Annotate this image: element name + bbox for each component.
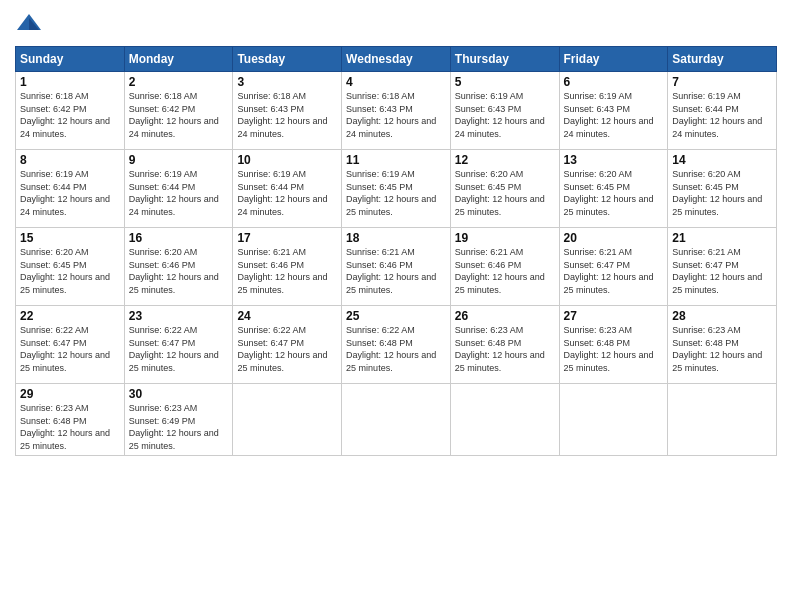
sunrise-label: Sunrise: 6:22 AM [346,325,415,335]
day-info: Sunrise: 6:23 AM Sunset: 6:48 PM Dayligh… [672,324,772,374]
daylight-label: Daylight: 12 hours and 24 minutes. [455,116,545,139]
calendar-cell: 21 Sunrise: 6:21 AM Sunset: 6:47 PM Dayl… [668,228,777,306]
sunset-label: Sunset: 6:44 PM [20,182,87,192]
day-info: Sunrise: 6:18 AM Sunset: 6:42 PM Dayligh… [20,90,120,140]
sunrise-label: Sunrise: 6:23 AM [455,325,524,335]
day-number: 19 [455,231,555,245]
calendar-table: SundayMondayTuesdayWednesdayThursdayFrid… [15,46,777,456]
calendar-cell: 23 Sunrise: 6:22 AM Sunset: 6:47 PM Dayl… [124,306,233,384]
day-info: Sunrise: 6:20 AM Sunset: 6:46 PM Dayligh… [129,246,229,296]
day-number: 16 [129,231,229,245]
calendar-cell: 11 Sunrise: 6:19 AM Sunset: 6:45 PM Dayl… [342,150,451,228]
calendar-cell: 15 Sunrise: 6:20 AM Sunset: 6:45 PM Dayl… [16,228,125,306]
calendar-cell: 24 Sunrise: 6:22 AM Sunset: 6:47 PM Dayl… [233,306,342,384]
daylight-label: Daylight: 12 hours and 25 minutes. [564,194,654,217]
sunset-label: Sunset: 6:48 PM [20,416,87,426]
day-number: 6 [564,75,664,89]
day-info: Sunrise: 6:23 AM Sunset: 6:48 PM Dayligh… [564,324,664,374]
day-info: Sunrise: 6:20 AM Sunset: 6:45 PM Dayligh… [20,246,120,296]
sunrise-label: Sunrise: 6:18 AM [237,91,306,101]
calendar-row: 29 Sunrise: 6:23 AM Sunset: 6:48 PM Dayl… [16,384,777,456]
calendar-row: 15 Sunrise: 6:20 AM Sunset: 6:45 PM Dayl… [16,228,777,306]
day-info: Sunrise: 6:21 AM Sunset: 6:46 PM Dayligh… [346,246,446,296]
day-info: Sunrise: 6:21 AM Sunset: 6:47 PM Dayligh… [564,246,664,296]
sunrise-label: Sunrise: 6:23 AM [20,403,89,413]
day-info: Sunrise: 6:18 AM Sunset: 6:42 PM Dayligh… [129,90,229,140]
day-number: 9 [129,153,229,167]
daylight-label: Daylight: 12 hours and 24 minutes. [20,194,110,217]
day-info: Sunrise: 6:20 AM Sunset: 6:45 PM Dayligh… [455,168,555,218]
daylight-label: Daylight: 12 hours and 25 minutes. [564,350,654,373]
calendar-cell [233,384,342,456]
sunset-label: Sunset: 6:47 PM [129,338,196,348]
daylight-label: Daylight: 12 hours and 25 minutes. [672,194,762,217]
col-header-friday: Friday [559,47,668,72]
sunrise-label: Sunrise: 6:21 AM [564,247,633,257]
sunrise-label: Sunrise: 6:22 AM [129,325,198,335]
day-number: 28 [672,309,772,323]
header-row: SundayMondayTuesdayWednesdayThursdayFrid… [16,47,777,72]
sunset-label: Sunset: 6:44 PM [237,182,304,192]
daylight-label: Daylight: 12 hours and 25 minutes. [237,350,327,373]
sunset-label: Sunset: 6:44 PM [129,182,196,192]
day-info: Sunrise: 6:21 AM Sunset: 6:46 PM Dayligh… [455,246,555,296]
sunrise-label: Sunrise: 6:19 AM [346,169,415,179]
col-header-thursday: Thursday [450,47,559,72]
daylight-label: Daylight: 12 hours and 24 minutes. [346,116,436,139]
calendar-cell: 9 Sunrise: 6:19 AM Sunset: 6:44 PM Dayli… [124,150,233,228]
daylight-label: Daylight: 12 hours and 24 minutes. [20,116,110,139]
col-header-tuesday: Tuesday [233,47,342,72]
day-number: 11 [346,153,446,167]
day-info: Sunrise: 6:23 AM Sunset: 6:48 PM Dayligh… [20,402,120,452]
sunset-label: Sunset: 6:44 PM [672,104,739,114]
daylight-label: Daylight: 12 hours and 25 minutes. [455,272,545,295]
day-number: 27 [564,309,664,323]
sunset-label: Sunset: 6:48 PM [564,338,631,348]
day-number: 25 [346,309,446,323]
sunset-label: Sunset: 6:48 PM [672,338,739,348]
sunset-label: Sunset: 6:47 PM [564,260,631,270]
sunset-label: Sunset: 6:46 PM [346,260,413,270]
calendar-cell: 16 Sunrise: 6:20 AM Sunset: 6:46 PM Dayl… [124,228,233,306]
calendar-row: 1 Sunrise: 6:18 AM Sunset: 6:42 PM Dayli… [16,72,777,150]
sunset-label: Sunset: 6:46 PM [237,260,304,270]
col-header-wednesday: Wednesday [342,47,451,72]
daylight-label: Daylight: 12 hours and 25 minutes. [20,272,110,295]
sunset-label: Sunset: 6:45 PM [346,182,413,192]
sunset-label: Sunset: 6:49 PM [129,416,196,426]
sunrise-label: Sunrise: 6:20 AM [20,247,89,257]
daylight-label: Daylight: 12 hours and 25 minutes. [129,428,219,451]
day-number: 12 [455,153,555,167]
calendar-cell: 27 Sunrise: 6:23 AM Sunset: 6:48 PM Dayl… [559,306,668,384]
col-header-monday: Monday [124,47,233,72]
sunrise-label: Sunrise: 6:19 AM [564,91,633,101]
col-header-sunday: Sunday [16,47,125,72]
calendar-cell: 18 Sunrise: 6:21 AM Sunset: 6:46 PM Dayl… [342,228,451,306]
daylight-label: Daylight: 12 hours and 25 minutes. [20,428,110,451]
day-info: Sunrise: 6:18 AM Sunset: 6:43 PM Dayligh… [346,90,446,140]
sunrise-label: Sunrise: 6:19 AM [237,169,306,179]
calendar-cell [559,384,668,456]
header [15,10,777,38]
day-info: Sunrise: 6:21 AM Sunset: 6:47 PM Dayligh… [672,246,772,296]
daylight-label: Daylight: 12 hours and 25 minutes. [346,350,436,373]
day-info: Sunrise: 6:22 AM Sunset: 6:47 PM Dayligh… [237,324,337,374]
calendar-cell [668,384,777,456]
calendar-cell: 14 Sunrise: 6:20 AM Sunset: 6:45 PM Dayl… [668,150,777,228]
day-number: 10 [237,153,337,167]
sunset-label: Sunset: 6:48 PM [346,338,413,348]
daylight-label: Daylight: 12 hours and 25 minutes. [672,350,762,373]
calendar-cell: 8 Sunrise: 6:19 AM Sunset: 6:44 PM Dayli… [16,150,125,228]
day-number: 3 [237,75,337,89]
day-number: 8 [20,153,120,167]
day-info: Sunrise: 6:21 AM Sunset: 6:46 PM Dayligh… [237,246,337,296]
day-number: 26 [455,309,555,323]
day-number: 23 [129,309,229,323]
calendar-cell: 25 Sunrise: 6:22 AM Sunset: 6:48 PM Dayl… [342,306,451,384]
daylight-label: Daylight: 12 hours and 24 minutes. [129,194,219,217]
sunrise-label: Sunrise: 6:23 AM [672,325,741,335]
sunset-label: Sunset: 6:45 PM [455,182,522,192]
day-info: Sunrise: 6:22 AM Sunset: 6:47 PM Dayligh… [20,324,120,374]
daylight-label: Daylight: 12 hours and 25 minutes. [346,272,436,295]
day-number: 5 [455,75,555,89]
